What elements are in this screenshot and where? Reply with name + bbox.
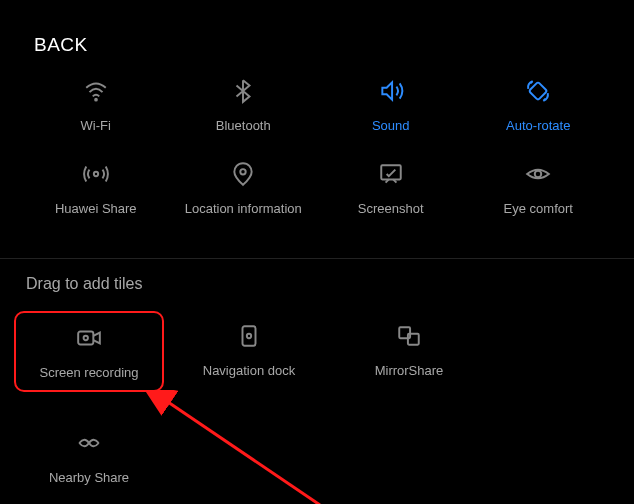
tiles-row-1: Wi-Fi Bluetooth Sound Auto-rotate [12, 78, 622, 133]
sound-icon [378, 78, 404, 104]
tile-label: MirrorShare [375, 363, 444, 378]
active-tiles-section: Wi-Fi Bluetooth Sound Auto-rotate Hua [0, 56, 634, 254]
tile-label: Wi-Fi [81, 118, 111, 133]
drag-hint-text: Drag to add tiles [0, 259, 634, 311]
tile-huaweishare[interactable]: Huawei Share [22, 161, 170, 216]
location-icon [230, 161, 256, 187]
tile-eyecomfort[interactable]: Eye comfort [465, 161, 613, 216]
header: BACK [0, 0, 634, 56]
tile-label: Huawei Share [55, 201, 137, 216]
tile-label: Sound [372, 118, 410, 133]
svg-rect-1 [529, 82, 547, 100]
tile-label: Screen recording [40, 365, 139, 380]
tile-label: Bluetooth [216, 118, 271, 133]
nearbyshare-icon [76, 430, 102, 456]
tile-label: Eye comfort [504, 201, 573, 216]
tile-bluetooth[interactable]: Bluetooth [170, 78, 318, 133]
screenrecording-icon [76, 325, 102, 351]
tile-nearbyshare[interactable]: Nearby Share [14, 418, 164, 495]
svg-rect-8 [243, 326, 256, 346]
svg-point-7 [84, 336, 88, 340]
inactive-row-1: Screen recording Navigation dock MirrorS… [14, 311, 620, 392]
tile-label: Auto-rotate [506, 118, 570, 133]
bluetooth-icon [230, 78, 256, 104]
tile-screenrecording[interactable]: Screen recording [14, 311, 164, 392]
tile-autorotate[interactable]: Auto-rotate [465, 78, 613, 133]
back-button[interactable]: BACK [34, 34, 88, 55]
svg-rect-4 [381, 165, 401, 179]
tile-label: Nearby Share [49, 470, 129, 485]
eyecomfort-icon [525, 161, 551, 187]
tile-location[interactable]: Location information [170, 161, 318, 216]
mirrorshare-icon [396, 323, 422, 349]
tile-mirrorshare[interactable]: MirrorShare [334, 311, 484, 392]
screenshot-icon [378, 161, 404, 187]
tile-screenshot[interactable]: Screenshot [317, 161, 465, 216]
inactive-row-2: Nearby Share [14, 418, 620, 495]
svg-point-2 [94, 172, 98, 176]
svg-point-9 [247, 334, 251, 338]
inactive-tiles-section: Screen recording Navigation dock MirrorS… [0, 311, 634, 495]
tile-label: Screenshot [358, 201, 424, 216]
svg-point-0 [95, 99, 97, 101]
svg-point-3 [241, 169, 246, 174]
tile-sound[interactable]: Sound [317, 78, 465, 133]
svg-rect-6 [78, 332, 93, 345]
tile-navigationdock[interactable]: Navigation dock [174, 311, 324, 392]
navigationdock-icon [236, 323, 262, 349]
huaweishare-icon [83, 161, 109, 187]
tile-label: Location information [185, 201, 302, 216]
autorotate-icon [525, 78, 551, 104]
wifi-icon [83, 78, 109, 104]
tile-wifi[interactable]: Wi-Fi [22, 78, 170, 133]
tile-label: Navigation dock [203, 363, 296, 378]
svg-point-5 [535, 171, 542, 178]
tiles-row-2: Huawei Share Location information Screen… [12, 161, 622, 216]
